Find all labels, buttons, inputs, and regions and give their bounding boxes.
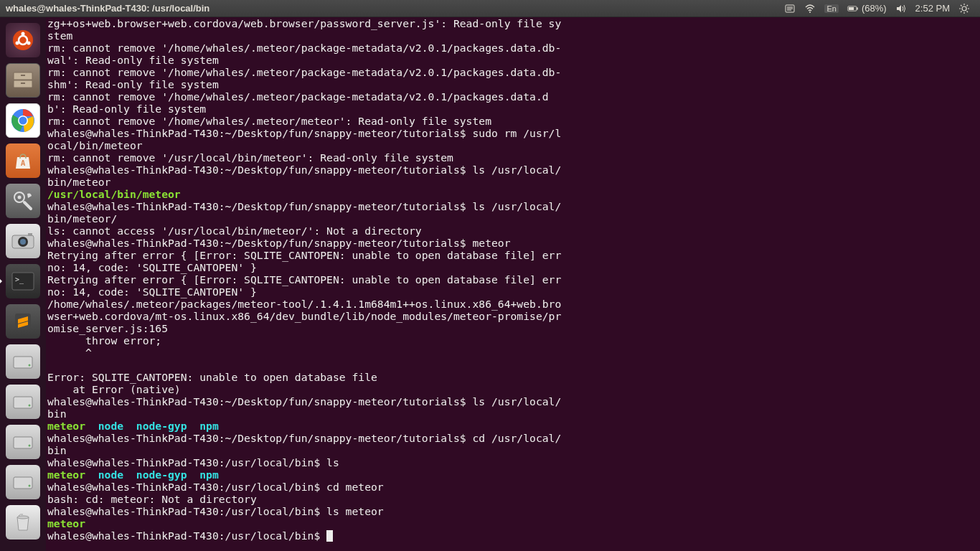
system-menu[interactable] <box>954 3 974 14</box>
software-center-app[interactable]: A <box>4 142 42 179</box>
svg-point-39 <box>17 516 29 519</box>
files-app[interactable] <box>4 62 42 99</box>
terminal-line: whales@whales-ThinkPad-T430:/usr/local/b… <box>47 529 564 542</box>
shopping-bag-icon: A <box>12 150 34 171</box>
language-label: En <box>824 4 838 13</box>
unity-launcher: A >_ <box>0 17 46 551</box>
terminal-icon: >_ <box>11 271 35 291</box>
svg-point-34 <box>29 405 31 407</box>
disk-2[interactable] <box>4 383 42 420</box>
drive-icon <box>11 352 34 371</box>
trash[interactable] <box>4 504 42 541</box>
chrome-app[interactable] <box>4 102 42 139</box>
chrome-icon <box>10 108 36 133</box>
top-menu-bar: whales@whales-ThinkPad-T430: /usr/local/… <box>0 0 980 17</box>
terminal-line: bash: cd: meteor: Not a directory <box>47 493 564 505</box>
terminal-line: meteor node node-gyp npm <box>47 420 564 432</box>
terminal-line: rm: cannot remove '/home/whales/.meteor/… <box>47 115 564 127</box>
mail-icon <box>784 3 796 14</box>
drive-icon <box>11 392 34 411</box>
wrench-gear-icon <box>11 189 34 212</box>
terminal-line: whales@whales-ThinkPad-T430:/usr/local/b… <box>47 505 564 517</box>
disk-4[interactable] <box>4 463 42 501</box>
sublime-app[interactable] <box>4 303 42 340</box>
time-label: 2:52 PM <box>915 3 950 14</box>
terminal-output[interactable]: zg++os+web.browser+web.cordova/web.brows… <box>46 17 980 551</box>
svg-rect-16 <box>21 75 25 76</box>
wifi-icon <box>804 3 816 14</box>
network-indicator[interactable] <box>800 3 820 14</box>
battery-icon <box>847 3 859 14</box>
svg-text:A: A <box>21 159 26 168</box>
terminal-line: zg++os+web.browser+web.cordova/web.brows… <box>47 17 564 42</box>
disk-3[interactable] <box>4 423 42 461</box>
terminal-line: throw error; <box>47 334 564 347</box>
svg-text:>_: >_ <box>15 276 24 284</box>
svg-rect-35 <box>14 437 32 448</box>
settings-app[interactable] <box>4 182 42 220</box>
svg-point-36 <box>29 445 31 447</box>
svg-rect-31 <box>14 357 32 368</box>
terminal-line: rm: cannot remove '/home/whales/.meteor/… <box>47 42 564 66</box>
drive-icon <box>11 473 34 491</box>
sublime-icon <box>12 311 34 332</box>
ubuntu-logo-icon <box>11 29 34 52</box>
svg-point-11 <box>22 32 25 36</box>
terminal-app[interactable]: >_ <box>4 263 42 300</box>
svg-rect-37 <box>14 477 32 489</box>
terminal-line: rm: cannot remove '/home/whales/.meteor/… <box>47 90 564 115</box>
drive-icon <box>11 433 34 451</box>
terminal-line: /home/whales/.meteor/packages/meteor-too… <box>47 298 564 334</box>
terminal-line: whales@whales-ThinkPad-T430:~/Desktop/fu… <box>47 164 564 188</box>
drawer-icon <box>12 71 34 90</box>
terminal-line: meteor node node-gyp npm <box>47 468 564 481</box>
dash-button[interactable] <box>4 22 42 59</box>
terminal-line: whales@whales-ThinkPad-T430:~/Desktop/fu… <box>47 432 564 456</box>
volume-icon <box>895 3 907 14</box>
cursor <box>326 530 333 542</box>
terminal-line: ls: cannot access '/usr/local/bin/meteor… <box>47 225 564 237</box>
battery-indicator[interactable]: (68%) <box>843 3 891 14</box>
keyboard-indicator[interactable]: En <box>820 4 842 13</box>
terminal-line <box>47 359 564 371</box>
sound-indicator[interactable] <box>891 3 911 14</box>
trash-icon <box>13 512 33 533</box>
window-title: whales@whales-ThinkPad-T430: /usr/local/… <box>6 3 209 14</box>
svg-point-13 <box>16 42 19 45</box>
svg-point-20 <box>19 117 27 125</box>
svg-point-12 <box>27 42 31 45</box>
terminal-line: whales@whales-ThinkPad-T430:~/Desktop/fu… <box>47 395 564 420</box>
terminal-line: whales@whales-ThinkPad-T430:~/Desktop/fu… <box>47 200 564 225</box>
camera-icon <box>11 232 35 250</box>
terminal-line: Retrying after error { [Error: SQLITE_CA… <box>47 249 564 273</box>
mail-indicator[interactable] <box>780 3 800 14</box>
terminal-line: /usr/local/bin/meteor <box>47 188 564 200</box>
svg-rect-27 <box>28 233 32 236</box>
terminal-line: whales@whales-ThinkPad-T430:/usr/local/b… <box>47 456 564 468</box>
svg-rect-7 <box>857 7 858 9</box>
terminal-line: Retrying after error { [Error: SQLITE_CA… <box>47 273 564 298</box>
terminal-line: meteor <box>47 517 564 529</box>
svg-point-4 <box>809 11 811 13</box>
svg-point-32 <box>29 364 31 367</box>
clock[interactable]: 2:52 PM <box>911 3 954 14</box>
svg-point-23 <box>18 196 22 199</box>
terminal-line: rm: cannot remove '/usr/local/bin/meteor… <box>47 151 564 164</box>
svg-point-26 <box>20 239 26 245</box>
terminal-line: ^ <box>47 347 564 359</box>
gear-icon <box>958 3 970 14</box>
terminal-line: whales@whales-ThinkPad-T430:~/Desktop/fu… <box>47 237 564 249</box>
terminal-line: whales@whales-ThinkPad-T430:~/Desktop/fu… <box>47 127 564 151</box>
terminal-line: whales@whales-ThinkPad-T430:/usr/local/b… <box>47 481 564 493</box>
battery-percent: (68%) <box>862 3 887 14</box>
svg-rect-33 <box>14 397 32 408</box>
terminal-line: Error: SQLITE_CANTOPEN: unable to open d… <box>47 371 564 383</box>
terminal-line: at Error (native) <box>47 383 564 395</box>
svg-rect-17 <box>21 83 25 84</box>
svg-rect-6 <box>849 7 854 10</box>
camera-app[interactable] <box>4 222 42 260</box>
svg-point-38 <box>29 485 31 487</box>
disk-1[interactable] <box>4 343 42 380</box>
svg-point-8 <box>962 6 966 11</box>
terminal-line: rm: cannot remove '/home/whales/.meteor/… <box>47 66 564 90</box>
